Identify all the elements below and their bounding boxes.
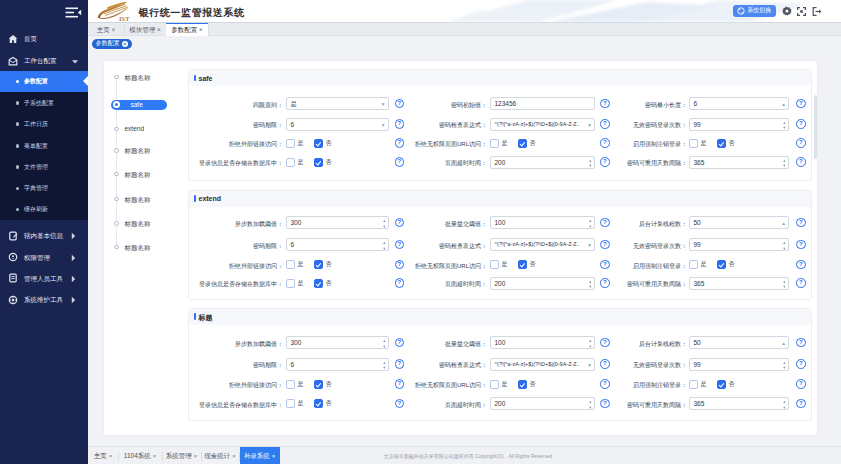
svg-text:IST: IST (119, 14, 130, 21)
